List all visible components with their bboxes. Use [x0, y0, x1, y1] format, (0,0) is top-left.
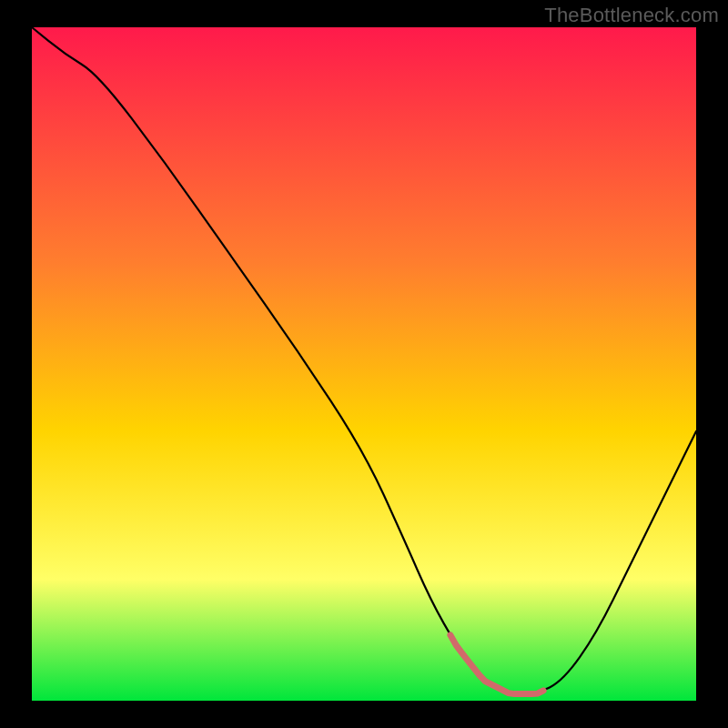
- plot-area: [32, 27, 696, 701]
- bottleneck-chart: TheBottleneck.com: [0, 0, 728, 728]
- chart-svg: [0, 0, 728, 728]
- watermark-text: TheBottleneck.com: [544, 4, 719, 27]
